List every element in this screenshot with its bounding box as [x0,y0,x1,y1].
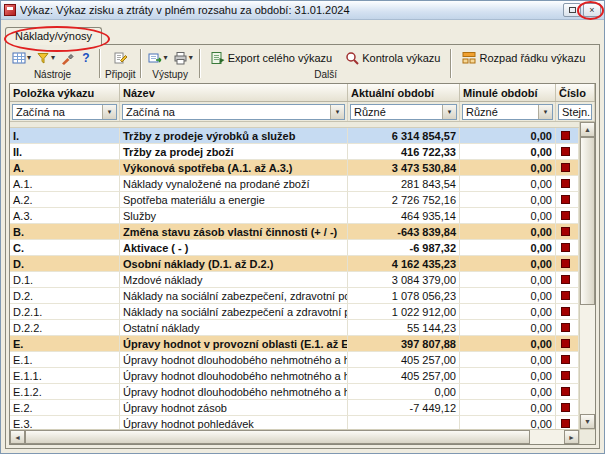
table-header-row: Položka výkazu Název Aktuální období Min… [10,84,595,102]
row-breakdown-label: Rozpad řádku výkazu [479,52,585,64]
cell-aktualni-obdobi: 3 084 379,00 [348,272,460,288]
cell-minule-obdobi: 0,00 [460,304,556,320]
export-report-label: Export celého výkazu [228,52,333,64]
chevron-down-icon: ▾ [51,53,55,62]
cell-cislo [556,224,579,240]
cell-cislo [556,352,579,368]
print-button[interactable]: ▾ [171,48,195,68]
attach-icon [113,51,128,65]
help-button[interactable]: ? [77,48,95,68]
table-row[interactable]: A.2. Spotřeba materiálu a energie 2 726 … [10,192,579,208]
table-row[interactable]: A.1. Náklady vynaložené na prodané zboží… [10,176,579,192]
column-header-minule[interactable]: Minulé období [460,84,556,101]
toolbar-group-label: Výstupy [152,69,188,80]
cell-aktualni-obdobi: 281 843,54 [348,176,460,192]
toolbar: ▾ ▾ ? Nástroje [6,45,599,81]
scroll-up-button[interactable]: ▲ [580,122,595,137]
scroll-down-button[interactable]: ▼ [580,414,595,429]
toolbar-group-label: Nástroje [34,69,71,80]
chevron-down-icon[interactable]: ▾ [330,105,344,119]
table-filter-row: Začíná na ▾ Začíná na ▾ Různé ▾ [10,102,595,122]
table-row[interactable]: D.2.2. Ostatní náklady 55 144,23 0,00 [10,320,579,336]
check-report-button[interactable]: Kontrola výkazu [339,48,446,68]
chevron-down-icon: ▾ [189,53,193,62]
filter-combo-aktualni[interactable]: Různé ▾ [350,104,457,120]
cell-nazev: Úpravy hodnot zásob [120,400,348,416]
table-row[interactable]: D.2. Náklady na sociální zabezpečení, zd… [10,288,579,304]
cell-cislo [556,416,579,429]
filter-button[interactable]: ▾ [34,48,57,68]
table-row[interactable]: A.3. Služby 464 935,14 0,00 [10,208,579,224]
horizontal-scrollbar[interactable]: ◄ ► [10,430,579,444]
column-header-cislo[interactable]: Číslo [556,84,595,101]
column-header-aktualni[interactable]: Aktuální období [348,84,460,101]
brush-button[interactable] [58,48,76,68]
table-row[interactable]: E.3. Úpravy hodnot pohledávek 0,00 [10,416,579,429]
table-row[interactable]: A. Výkonová spotřeba (A.1. až A.3.) 3 47… [10,160,579,176]
column-header-nazev[interactable]: Název [120,84,348,101]
row-flag-icon [561,339,570,348]
table-row[interactable]: II. Tržby za prodej zboží 416 722,33 0,0… [10,144,579,160]
filter-combo-minule[interactable]: Různé ▾ [462,104,553,120]
cell-nazev: Služby [120,208,348,224]
row-flag-icon [561,147,570,156]
table-row[interactable]: B. Změna stavu zásob vlastní činnosti (+… [10,224,579,240]
grid-view-button[interactable]: ▾ [10,48,33,68]
cell-polozka-vykazu: D.2.1. [10,304,120,320]
filter-icon [36,51,50,65]
cell-nazev: Úpravy hodnot v provozní oblasti (E.1. a… [120,336,348,352]
report-table: Položka výkazu Název Aktuální období Min… [9,83,596,445]
table-row[interactable]: C. Aktivace ( - ) -6 987,32 0,00 [10,240,579,256]
cell-aktualni-obdobi: 416 722,33 [348,144,460,160]
chevron-down-icon[interactable]: ▾ [442,105,456,119]
table-row[interactable]: E.1.1. Úpravy hodnot dlouhodobého nehmot… [10,368,579,384]
cell-minule-obdobi: 0,00 [460,208,556,224]
maximize-button[interactable] [563,3,581,17]
table-row[interactable]: I. Tržby z prodeje výrobků a služeb 6 31… [10,128,579,144]
horizontal-scroll-thumb[interactable] [25,430,530,444]
table-row[interactable]: D.1. Mzdové náklady 3 084 379,00 0,00 [10,272,579,288]
cell-nazev: Spotřeba materiálu a energie [120,192,348,208]
row-flag-icon [561,291,570,300]
cell-cislo [556,320,579,336]
close-button[interactable]: × [583,3,601,17]
cell-aktualni-obdobi: 464 935,14 [348,208,460,224]
scroll-right-button[interactable]: ► [564,430,579,444]
vertical-scrollbar[interactable]: ▲ ▼ [579,122,595,429]
cell-aktualni-obdobi: 397 807,88 [348,336,460,352]
export-report-button[interactable]: Export celého výkazu [205,48,339,68]
app-window: Výkaz: Výkaz zisku a ztráty v plném rozs… [0,0,605,454]
cell-minule-obdobi: 0,00 [460,240,556,256]
cell-cislo [556,272,579,288]
cell-polozka-vykazu: E.1. [10,352,120,368]
chevron-down-icon[interactable]: ▾ [538,105,552,119]
chevron-down-icon: ▾ [164,53,168,62]
toolbar-separator [450,49,452,78]
tab-strip: Náklady/výnosy [1,20,604,44]
table-row[interactable]: E.2. Úpravy hodnot zásob -7 449,12 0,00 [10,400,579,416]
cell-nazev: Úpravy hodnot pohledávek [120,416,348,429]
output-button[interactable]: ▾ [146,48,170,68]
cell-polozka-vykazu: B. [10,224,120,240]
table-row[interactable]: E.1. Úpravy hodnot dlouhodobého nehmotné… [10,352,579,368]
table-row[interactable]: E.1.2. Úpravy hodnot dlouhodobého nehmot… [10,384,579,400]
row-flag-icon [561,419,570,428]
vertical-scroll-track[interactable] [580,305,595,414]
filter-combo-nazev[interactable]: Začíná na ▾ [122,104,345,120]
vertical-scroll-thumb[interactable] [580,137,595,305]
tab-naklady-vynosy[interactable]: Náklady/výnosy [5,27,102,45]
column-header-polozka[interactable]: Položka výkazu [10,84,120,101]
scroll-left-button[interactable]: ◄ [10,430,25,444]
row-flag-icon [561,163,570,172]
cell-minule-obdobi: 0,00 [460,288,556,304]
chevron-down-icon[interactable]: ▾ [102,105,116,119]
filter-combo-cislo[interactable]: Stejn... [558,104,592,120]
title-bar[interactable]: Výkaz: Výkaz zisku a ztráty v plném rozs… [1,1,604,20]
table-row[interactable]: E. Úpravy hodnot v provozní oblasti (E.1… [10,336,579,352]
table-row[interactable]: D. Osobní náklady (D.1. až D.2.) 4 162 4… [10,256,579,272]
table-row[interactable]: D.2.1. Náklady na sociální zabezpečení a… [10,304,579,320]
filter-combo-polozka[interactable]: Začíná na ▾ [12,104,117,120]
cell-aktualni-obdobi: 1 022 912,00 [348,304,460,320]
attach-button[interactable] [111,48,130,68]
row-breakdown-button[interactable]: Rozpad řádku výkazu [456,48,591,68]
